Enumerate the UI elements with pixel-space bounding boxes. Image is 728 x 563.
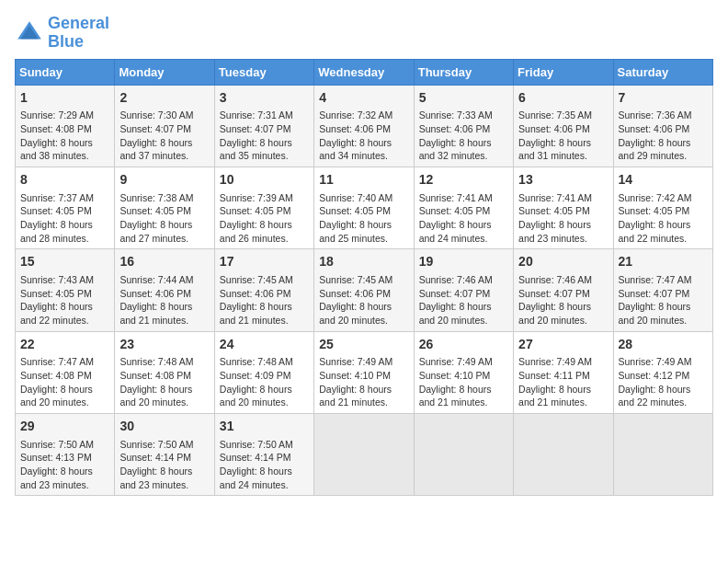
day-cell: 12Sunrise: 7:41 AM Sunset: 4:05 PM Dayli… [414, 167, 513, 248]
day-cell: 3Sunrise: 7:31 AM Sunset: 4:07 PM Daylig… [214, 85, 313, 167]
logo-icon [15, 18, 44, 48]
day-number: 28 [619, 336, 708, 354]
day-cell: 6Sunrise: 7:35 AM Sunset: 4:06 PM Daylig… [514, 85, 613, 167]
day-number: 16 [119, 253, 209, 271]
day-info: Sunrise: 7:47 AM Sunset: 4:08 PM Dayligh… [20, 355, 109, 409]
day-info: Sunrise: 7:45 AM Sunset: 4:06 PM Dayligh… [319, 273, 408, 327]
day-info: Sunrise: 7:49 AM Sunset: 4:12 PM Dayligh… [619, 355, 708, 409]
calendar-table: SundayMondayTuesdayWednesdayThursdayFrid… [15, 59, 713, 497]
day-cell: 17Sunrise: 7:45 AM Sunset: 4:06 PM Dayli… [214, 249, 313, 331]
day-number: 2 [119, 89, 209, 108]
day-info: Sunrise: 7:29 AM Sunset: 4:08 PM Dayligh… [20, 109, 109, 163]
day-info: Sunrise: 7:41 AM Sunset: 4:05 PM Dayligh… [419, 191, 508, 246]
day-number: 8 [20, 171, 109, 190]
day-number: 18 [319, 253, 408, 271]
day-number: 19 [419, 253, 508, 271]
day-number: 14 [619, 171, 708, 190]
day-number: 29 [20, 418, 109, 436]
day-cell: 31Sunrise: 7:50 AM Sunset: 4:14 PM Dayli… [214, 413, 313, 495]
day-cell: 14Sunrise: 7:42 AM Sunset: 4:05 PM Dayli… [613, 167, 712, 248]
day-info: Sunrise: 7:31 AM Sunset: 4:07 PM Dayligh… [220, 109, 309, 163]
day-header-monday: Monday [115, 59, 214, 85]
day-number: 21 [619, 253, 708, 271]
day-info: Sunrise: 7:45 AM Sunset: 4:06 PM Dayligh… [220, 273, 309, 327]
week-row-4: 22Sunrise: 7:47 AM Sunset: 4:08 PM Dayli… [16, 331, 713, 413]
week-row-3: 15Sunrise: 7:43 AM Sunset: 4:05 PM Dayli… [16, 249, 713, 331]
day-info: Sunrise: 7:44 AM Sunset: 4:06 PM Dayligh… [119, 273, 209, 327]
day-info: Sunrise: 7:39 AM Sunset: 4:05 PM Dayligh… [220, 191, 309, 246]
day-cell: 4Sunrise: 7:32 AM Sunset: 4:06 PM Daylig… [314, 85, 414, 167]
day-cell: 5Sunrise: 7:33 AM Sunset: 4:06 PM Daylig… [414, 85, 513, 167]
day-number: 6 [518, 89, 608, 108]
day-cell [414, 413, 513, 495]
day-info: Sunrise: 7:36 AM Sunset: 4:06 PM Dayligh… [619, 109, 708, 163]
day-cell: 8Sunrise: 7:37 AM Sunset: 4:05 PM Daylig… [16, 167, 115, 248]
day-cell: 9Sunrise: 7:38 AM Sunset: 4:05 PM Daylig… [115, 167, 214, 248]
day-info: Sunrise: 7:49 AM Sunset: 4:11 PM Dayligh… [518, 355, 608, 409]
day-cell: 10Sunrise: 7:39 AM Sunset: 4:05 PM Dayli… [214, 167, 313, 248]
day-number: 1 [20, 89, 109, 108]
day-cell: 18Sunrise: 7:45 AM Sunset: 4:06 PM Dayli… [314, 249, 414, 331]
week-row-1: 1Sunrise: 7:29 AM Sunset: 4:08 PM Daylig… [16, 85, 713, 167]
day-info: Sunrise: 7:43 AM Sunset: 4:05 PM Dayligh… [20, 273, 109, 327]
day-number: 27 [518, 336, 608, 354]
day-cell: 27Sunrise: 7:49 AM Sunset: 4:11 PM Dayli… [514, 331, 613, 413]
day-info: Sunrise: 7:42 AM Sunset: 4:05 PM Dayligh… [619, 191, 708, 246]
day-info: Sunrise: 7:49 AM Sunset: 4:10 PM Dayligh… [419, 355, 508, 409]
day-cell: 13Sunrise: 7:41 AM Sunset: 4:05 PM Dayli… [514, 167, 613, 248]
day-number: 15 [20, 253, 109, 271]
day-cell: 2Sunrise: 7:30 AM Sunset: 4:07 PM Daylig… [115, 85, 214, 167]
day-info: Sunrise: 7:50 AM Sunset: 4:14 PM Dayligh… [119, 438, 209, 492]
day-header-saturday: Saturday [613, 59, 712, 85]
week-row-2: 8Sunrise: 7:37 AM Sunset: 4:05 PM Daylig… [16, 167, 713, 248]
day-cell: 24Sunrise: 7:48 AM Sunset: 4:09 PM Dayli… [214, 331, 313, 413]
day-number: 31 [220, 418, 309, 436]
day-cell [314, 413, 414, 495]
day-number: 7 [619, 89, 708, 108]
day-cell: 28Sunrise: 7:49 AM Sunset: 4:12 PM Dayli… [613, 331, 712, 413]
day-info: Sunrise: 7:49 AM Sunset: 4:10 PM Dayligh… [319, 355, 408, 409]
day-cell: 15Sunrise: 7:43 AM Sunset: 4:05 PM Dayli… [16, 249, 115, 331]
day-cell: 1Sunrise: 7:29 AM Sunset: 4:08 PM Daylig… [16, 85, 115, 167]
day-cell: 29Sunrise: 7:50 AM Sunset: 4:13 PM Dayli… [16, 413, 115, 495]
day-cell: 22Sunrise: 7:47 AM Sunset: 4:08 PM Dayli… [16, 331, 115, 413]
day-number: 12 [419, 171, 508, 190]
day-cell [613, 413, 712, 495]
day-cell: 7Sunrise: 7:36 AM Sunset: 4:06 PM Daylig… [613, 85, 712, 167]
day-number: 5 [419, 89, 508, 108]
day-cell: 26Sunrise: 7:49 AM Sunset: 4:10 PM Dayli… [414, 331, 513, 413]
day-cell: 25Sunrise: 7:49 AM Sunset: 4:10 PM Dayli… [314, 331, 414, 413]
day-number: 26 [419, 336, 508, 354]
day-info: Sunrise: 7:48 AM Sunset: 4:09 PM Dayligh… [220, 355, 309, 409]
day-number: 9 [119, 171, 209, 190]
day-number: 25 [319, 336, 408, 354]
day-number: 30 [119, 418, 209, 436]
day-info: Sunrise: 7:41 AM Sunset: 4:05 PM Dayligh… [518, 191, 608, 246]
day-info: Sunrise: 7:48 AM Sunset: 4:08 PM Dayligh… [119, 355, 209, 409]
day-cell: 23Sunrise: 7:48 AM Sunset: 4:08 PM Dayli… [115, 331, 214, 413]
day-info: Sunrise: 7:47 AM Sunset: 4:07 PM Dayligh… [619, 273, 708, 327]
day-number: 22 [20, 336, 109, 354]
day-info: Sunrise: 7:33 AM Sunset: 4:06 PM Dayligh… [419, 109, 508, 163]
day-info: Sunrise: 7:37 AM Sunset: 4:05 PM Dayligh… [20, 191, 109, 246]
day-number: 17 [220, 253, 309, 271]
day-cell: 11Sunrise: 7:40 AM Sunset: 4:05 PM Dayli… [314, 167, 414, 248]
day-header-friday: Friday [514, 59, 613, 85]
day-number: 10 [220, 171, 309, 190]
day-header-thursday: Thursday [414, 59, 513, 85]
day-info: Sunrise: 7:40 AM Sunset: 4:05 PM Dayligh… [319, 191, 408, 246]
day-info: Sunrise: 7:32 AM Sunset: 4:06 PM Dayligh… [319, 109, 408, 163]
day-cell: 19Sunrise: 7:46 AM Sunset: 4:07 PM Dayli… [414, 249, 513, 331]
logo-text: General Blue [48, 15, 109, 52]
day-cell: 20Sunrise: 7:46 AM Sunset: 4:07 PM Dayli… [514, 249, 613, 331]
day-info: Sunrise: 7:50 AM Sunset: 4:14 PM Dayligh… [220, 438, 309, 492]
day-number: 24 [220, 336, 309, 354]
header-row: SundayMondayTuesdayWednesdayThursdayFrid… [16, 59, 713, 85]
day-cell: 21Sunrise: 7:47 AM Sunset: 4:07 PM Dayli… [613, 249, 712, 331]
day-info: Sunrise: 7:38 AM Sunset: 4:05 PM Dayligh… [119, 191, 209, 246]
day-number: 23 [119, 336, 209, 354]
day-header-tuesday: Tuesday [214, 59, 313, 85]
logo: General Blue [15, 15, 109, 52]
day-info: Sunrise: 7:46 AM Sunset: 4:07 PM Dayligh… [518, 273, 608, 327]
day-number: 11 [319, 171, 408, 190]
